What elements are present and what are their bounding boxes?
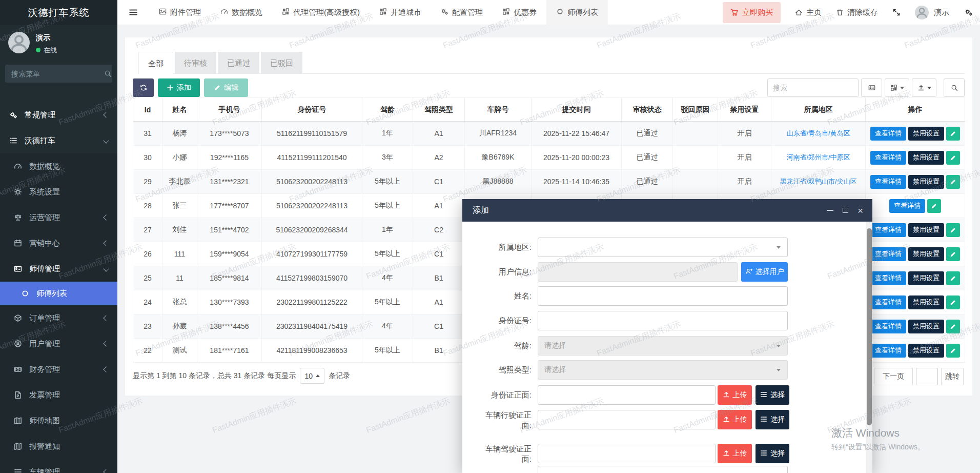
ban-button[interactable]: 禁用设置 xyxy=(908,175,944,189)
select-input[interactable] xyxy=(538,238,788,257)
sidebar-item[interactable]: 师傅列表 xyxy=(0,282,117,305)
home-button[interactable]: 主页 xyxy=(795,8,822,17)
text-input[interactable] xyxy=(538,311,788,330)
sidebar-item[interactable]: 师傅地图 xyxy=(0,408,117,433)
clear-cache-button[interactable]: 清除缓存 xyxy=(836,8,878,17)
ban-button[interactable]: 禁用设置 xyxy=(908,344,944,358)
choose-button[interactable]: 选择 xyxy=(756,410,789,429)
column-header[interactable]: 驾龄 xyxy=(362,98,413,122)
export-button[interactable] xyxy=(912,78,936,97)
sidebar-item[interactable]: 财务管理 xyxy=(0,357,117,382)
detail-button[interactable]: 查看详情 xyxy=(870,271,906,285)
nav-tab[interactable]: 代理管理(高级授权) xyxy=(272,0,370,25)
ban-button[interactable]: 禁用设置 xyxy=(908,247,944,261)
choose-button[interactable]: 选择 xyxy=(756,385,789,405)
add-button[interactable]: 添加 xyxy=(158,78,200,97)
edit-row-button[interactable] xyxy=(927,199,941,213)
table-search-input[interactable] xyxy=(767,78,859,97)
page-jump-input[interactable] xyxy=(916,368,938,385)
upload-button[interactable]: 上传 xyxy=(718,385,752,405)
column-header[interactable]: 提交时间 xyxy=(532,98,622,122)
nav-tab[interactable]: 配置管理 xyxy=(431,0,493,25)
column-header[interactable]: 所属地区 xyxy=(771,98,866,122)
sidebar-item[interactable]: 发票管理 xyxy=(0,382,117,408)
upload-button[interactable]: 上传 xyxy=(718,410,752,429)
region-link[interactable]: 河南省/郑州市/中原区 xyxy=(786,153,850,161)
text-input[interactable] xyxy=(538,286,788,306)
ban-button[interactable]: 禁用设置 xyxy=(908,271,944,285)
maximize-icon[interactable] xyxy=(843,208,848,213)
sidebar-item[interactable]: 用户管理 xyxy=(0,331,117,357)
columns-button[interactable] xyxy=(885,78,909,97)
upload-path-input[interactable] xyxy=(538,444,716,463)
sidebar-item[interactable]: 运营管理 xyxy=(0,205,117,230)
nav-tab[interactable]: 师傅列表 xyxy=(546,0,608,25)
ban-button[interactable]: 禁用设置 xyxy=(908,295,944,309)
detail-button[interactable]: 查看详情 xyxy=(870,344,906,358)
column-header[interactable]: 禁用设置 xyxy=(718,98,771,122)
detail-button[interactable]: 查看详情 xyxy=(870,175,906,189)
edit-row-button[interactable] xyxy=(946,320,960,333)
buy-now-button[interactable]: 立即购买 xyxy=(723,2,781,23)
navbar-username[interactable]: 演示 xyxy=(934,8,949,17)
jump-button[interactable]: 跳转 xyxy=(941,368,964,385)
edit-row-button[interactable] xyxy=(946,295,960,309)
sidebar-item[interactable]: 订单管理 xyxy=(0,305,117,331)
nav-tab[interactable]: 开通城市 xyxy=(370,0,431,25)
column-header[interactable]: 驳回原因 xyxy=(673,98,718,122)
settings-gear-icon[interactable] xyxy=(965,8,973,16)
upload-path-input[interactable] xyxy=(538,410,716,429)
select-input[interactable]: 请选择 xyxy=(538,360,788,380)
column-header[interactable]: 驾照类型 xyxy=(413,98,465,122)
sidebar-item[interactable]: 系统设置 xyxy=(0,179,117,205)
column-header[interactable]: Id xyxy=(133,98,162,122)
filter-tab[interactable]: 已驳回 xyxy=(261,52,302,74)
dialog-header[interactable]: 添加 × xyxy=(462,199,872,222)
nav-tab[interactable]: 优惠券 xyxy=(493,0,546,25)
edit-row-button[interactable] xyxy=(946,223,960,237)
edit-row-button[interactable] xyxy=(946,175,960,189)
nav-tab[interactable]: 附件管理 xyxy=(149,0,211,25)
user-info-input[interactable] xyxy=(538,262,738,282)
detail-button[interactable]: 查看详情 xyxy=(870,223,906,237)
region-link[interactable]: 山东省/青岛市/黄岛区 xyxy=(786,129,850,137)
select-user-button[interactable]: 选择用户 xyxy=(741,262,788,282)
choose-button[interactable]: 选择 xyxy=(756,444,789,463)
refresh-button[interactable] xyxy=(133,78,154,97)
sidebar-item[interactable]: 报警通知 xyxy=(0,433,117,459)
column-header[interactable]: 手机号 xyxy=(197,98,262,122)
next-page-button[interactable]: 下一页 xyxy=(874,368,913,385)
upload-path-input[interactable] xyxy=(538,385,716,405)
sidebar-item[interactable]: 师傅管理 xyxy=(0,256,117,282)
search-toggle-button[interactable] xyxy=(944,78,965,97)
edit-row-button[interactable] xyxy=(946,151,960,165)
filter-tab[interactable]: 全部 xyxy=(138,52,173,74)
scrollbar-thumb[interactable] xyxy=(867,228,872,425)
edit-row-button[interactable] xyxy=(946,271,960,285)
column-header[interactable]: 车牌号 xyxy=(465,98,532,122)
hamburger-menu-icon[interactable] xyxy=(117,0,149,25)
ban-button[interactable]: 禁用设置 xyxy=(908,151,944,165)
sidebar-item[interactable]: 常规管理 xyxy=(0,102,117,128)
nav-tab[interactable]: 数据概览 xyxy=(211,0,272,25)
filter-tab[interactable]: 已通过 xyxy=(218,52,259,74)
navbar-avatar[interactable] xyxy=(915,6,929,19)
detail-button[interactable]: 查看详情 xyxy=(870,127,906,141)
region-link[interactable]: 黑龙江省/双鸭山市/尖山区 xyxy=(780,178,856,185)
upload-button[interactable]: 上传 xyxy=(718,444,752,463)
sidebar-item[interactable]: 车辆管理 xyxy=(0,459,117,473)
sidebar-item[interactable]: 营销中心 xyxy=(0,230,117,256)
detail-button[interactable]: 查看详情 xyxy=(870,295,906,309)
ban-button[interactable]: 禁用设置 xyxy=(908,127,944,141)
filter-tab[interactable]: 待审核 xyxy=(175,52,216,74)
select-input[interactable]: 请选择 xyxy=(538,336,788,356)
fullscreen-icon[interactable] xyxy=(892,8,901,16)
detail-button[interactable]: 查看详情 xyxy=(870,151,906,165)
column-header[interactable]: 身份证号 xyxy=(262,98,362,122)
page-size-dropdown[interactable]: 10 xyxy=(300,368,324,384)
dialog-scrollbar[interactable] xyxy=(866,222,872,473)
column-header[interactable]: 姓名 xyxy=(162,98,197,122)
edit-button[interactable]: 编辑 xyxy=(204,78,248,97)
sidebar-item[interactable]: 沃德打车 xyxy=(0,128,117,153)
column-header[interactable]: 审核状态 xyxy=(622,98,673,122)
